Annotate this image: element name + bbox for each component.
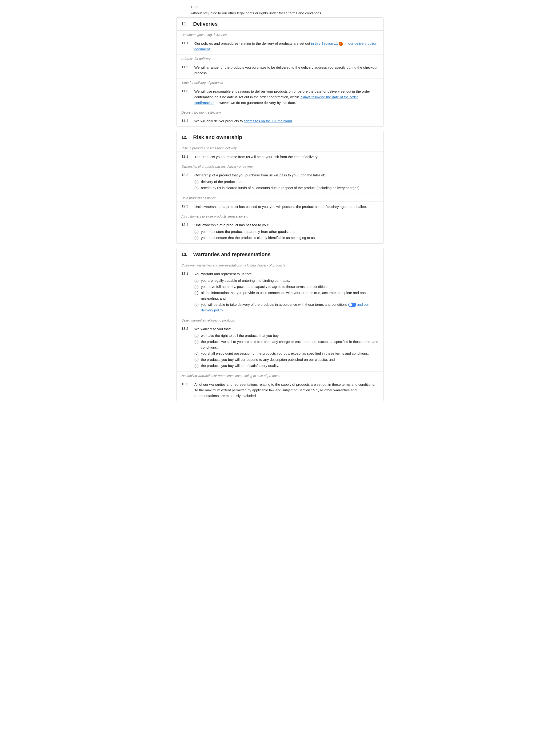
link-blue[interactable]: 7 days following the date of the order c… (194, 95, 358, 105)
clause-row: 13.1 You warrant and represent to us tha… (177, 269, 383, 316)
section-title: Risk and ownership (193, 134, 242, 140)
sub-heading: All customers to store products separate… (177, 212, 383, 220)
sub-heading: Customer warranties and representations … (177, 261, 383, 269)
sub-label: (b) (194, 284, 199, 290)
clause-text: The products you purchase from us will b… (194, 154, 379, 160)
clause-num: 11.3 (181, 89, 194, 106)
sub-label: (b) (194, 339, 199, 350)
clause-num: 11.4 (181, 118, 194, 124)
sub-heading: Seller warranties relating to products (177, 316, 383, 324)
sub-list-item: (a)you are legally capable of entering i… (194, 278, 379, 283)
clause-row: 11.2 We will arrange for the products yo… (177, 62, 383, 79)
section-number: 12. (181, 135, 193, 140)
clause-text: We will use reasonable endeavours to del… (194, 89, 379, 106)
sub-list-item: (b)you must ensure that the product is c… (194, 235, 379, 241)
section-2: 12. Risk and ownership Risk in products … (176, 131, 384, 244)
clause-num: 13.1 (181, 271, 194, 313)
sub-label: (c) (194, 351, 199, 356)
sub-list-item: (c)you shall enjoy quiet possession of t… (194, 351, 379, 356)
sub-list-item: (a)we have the right to sell the product… (194, 333, 379, 338)
link-blue[interactable]: in this Section 11 (311, 41, 338, 45)
clause-row: 13.2 We warrant to you that:(a)we have t… (177, 324, 383, 372)
section-1: 11. Deliveries Document governing delive… (176, 17, 384, 127)
sub-label: (e) (194, 363, 199, 368)
sub-item-text: you must ensure that the product is clea… (201, 235, 316, 241)
sub-heading: Risk in products passes upon delivery (177, 144, 383, 152)
sub-list-item: (d)you will be able to take delivery of … (194, 302, 379, 313)
sub-heading: Document governing deliveries (177, 31, 383, 38)
clause-num: 11.1 (181, 41, 194, 52)
sub-item-text: the products you buy will be of satisfac… (201, 363, 279, 368)
clause-num: 12.1 (181, 154, 194, 160)
section-header-2: 12. Risk and ownership (177, 131, 383, 144)
sub-heading: Ownership of products passes delivery or… (177, 162, 383, 170)
sub-item-text: all the information that you provide to … (201, 290, 379, 301)
clause-num: 12.2 (181, 172, 194, 191)
sub-item-text: the products we sell to you are sold fre… (201, 339, 379, 350)
section-3: 13. Warranties and representations Custo… (176, 248, 384, 401)
sub-label: (d) (194, 302, 199, 313)
section-header-3: 13. Warranties and representations (177, 248, 383, 261)
sub-item-text: receipt by us in cleared funds of all am… (201, 185, 361, 191)
clause-row: 12.2 Ownership of a product that you pur… (177, 170, 383, 194)
sub-item-text: you have full authority, power and capac… (201, 284, 329, 290)
clause-row: 12.1 The products you purchase from us w… (177, 152, 383, 162)
sub-heading: Delivery location restriction (177, 108, 383, 116)
section-title: Warranties and representations (193, 252, 271, 258)
clause-row: 11.3 We will use reasonable endeavours t… (177, 86, 383, 108)
link-blue[interactable]: in our delivery policy document (194, 41, 377, 51)
sub-item-text: you will be able to take delivery of the… (201, 302, 379, 313)
toggle-switch[interactable] (348, 303, 356, 307)
clause-num: 13.2 (181, 326, 194, 369)
sub-label: (a) (194, 229, 199, 235)
sub-list-item: (b)the products we sell to you are sold … (194, 339, 379, 350)
clause-text: Our policies and procedures relating to … (194, 41, 379, 52)
clause-text: Ownership of a product that you purchase… (194, 172, 379, 191)
sub-item-text: you are legally capable of entering into… (201, 278, 290, 283)
sub-item-text: we have the right to sell the products t… (201, 333, 280, 338)
sub-heading: Hold products as bailee (177, 194, 383, 201)
link-blue[interactable]: addresses on the UK mainland (244, 119, 292, 123)
sub-heading: No implied warranties or representations… (177, 372, 383, 380)
sub-label: (a) (194, 278, 199, 283)
sub-label: (b) (194, 185, 199, 191)
sub-list-item: (a)delivery of the product; and (194, 179, 379, 185)
pre-text-1: 1998, (176, 5, 384, 9)
sub-item-text: delivery of the product; and (201, 179, 244, 185)
pre-text-2: without prejudice to our other legal rig… (176, 11, 384, 15)
sub-list-item: (b)you have full authority, power and ca… (194, 284, 379, 290)
clause-text: We warrant to you that:(a)we have the ri… (194, 326, 379, 369)
info-dot[interactable]: i (338, 42, 343, 46)
clause-row: 11.4 We will only deliver products to ad… (177, 116, 383, 126)
sub-list-item: (e)the products you buy will be of satis… (194, 363, 379, 368)
clause-num: 12.3 (181, 204, 194, 209)
sub-list-item: (b)receipt by us in cleared funds of all… (194, 185, 379, 191)
sub-heading: Time for delivery of products (177, 79, 383, 86)
section-header-1: 11. Deliveries (177, 18, 383, 31)
clause-row: 11.1 Our policies and procedures relatin… (177, 38, 383, 54)
section-title: Deliveries (193, 21, 218, 27)
clause-text: Until ownership of a product has passed … (194, 222, 379, 241)
sub-label: (a) (194, 333, 199, 338)
section-number: 11. (181, 22, 193, 27)
sub-label: (b) (194, 235, 199, 241)
clause-text: You warrant and represent to us that:(a)… (194, 271, 379, 313)
sub-item-text: you shall enjoy quiet possession of the … (201, 351, 369, 356)
clause-text: We will only deliver products to address… (194, 118, 379, 124)
sub-item-text: the products you buy will correspond to … (201, 357, 335, 362)
clause-num: 13.3 (181, 382, 194, 399)
sub-item-text: you must store the product separately fr… (201, 229, 295, 235)
sub-list-item: (d)the products you buy will correspond … (194, 357, 379, 362)
sub-label: (a) (194, 179, 199, 185)
clause-text: Until ownership of a product has passed … (194, 204, 379, 209)
sub-label: (d) (194, 357, 199, 362)
link-blue[interactable]: and our delivery policy (201, 302, 369, 312)
clause-text: We will arrange for the products you pur… (194, 65, 379, 76)
sub-list-item: (c)all the information that you provide … (194, 290, 379, 301)
sub-heading: Address for delivery (177, 54, 383, 62)
clause-row: 13.3 All of our warranties and represent… (177, 380, 383, 401)
clause-row: 12.4 Until ownership of a product has pa… (177, 220, 383, 244)
clause-num: 11.2 (181, 65, 194, 76)
clause-num: 12.4 (181, 222, 194, 241)
clause-text: All of our warranties and representation… (194, 382, 379, 399)
